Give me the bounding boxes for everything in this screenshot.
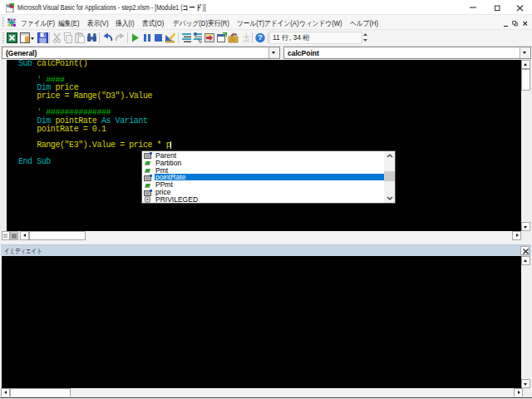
svg-text:?: ? — [258, 33, 263, 42]
